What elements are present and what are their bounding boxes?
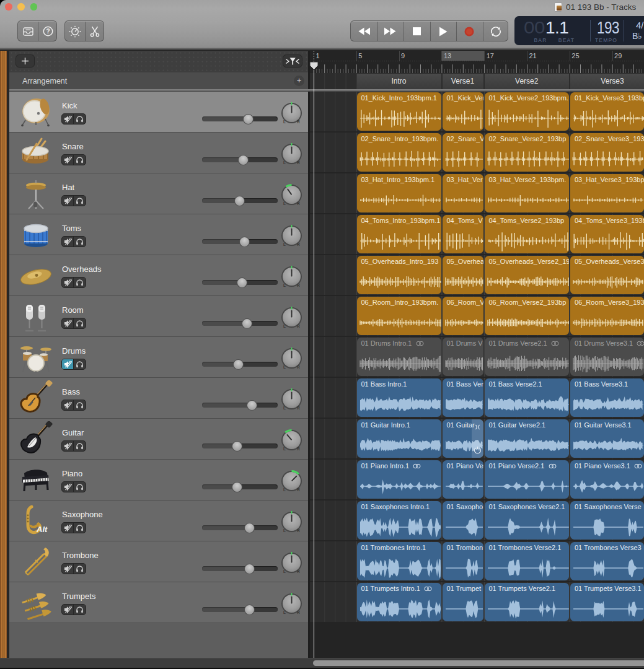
svg-text:?: ? (46, 28, 50, 35)
svg-text:Alt: Alt (36, 525, 48, 534)
